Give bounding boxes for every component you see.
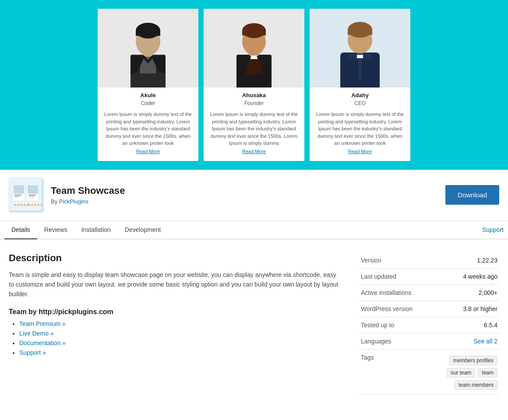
main-content: Description Team is simple and easy to d…: [9, 252, 342, 395]
svg-text:★★★★★: ★★★★★: [14, 203, 29, 207]
svg-rect-36: [28, 195, 35, 196]
link-list: Team Premium » Live Demo » Documentation…: [9, 320, 342, 356]
active-installs-value: 2,000+: [429, 284, 499, 301]
last-updated-label: Last updated: [359, 268, 429, 284]
languages-link[interactable]: See all 2: [474, 338, 497, 345]
active-installs-label: Active installations: [359, 284, 429, 301]
svg-rect-27: [348, 30, 372, 35]
member-name-1: Akule: [98, 92, 198, 98]
meta-row-last-updated: Last updated 4 weeks ago: [359, 268, 499, 284]
version-value: 1.22.23: [429, 252, 499, 269]
member-photo-2: [204, 9, 304, 88]
content-area: Description Team is simple and easy to d…: [0, 239, 508, 408]
tags-label: Tags: [359, 349, 429, 394]
tag-chip-3[interactable]: team members: [455, 380, 497, 390]
plugin-header: ★★★★★ ★★★★★ Team Showcase By PickPlugins…: [0, 170, 508, 221]
sidebar-content: Version 1.22.23 Last updated 4 weeks ago…: [359, 252, 499, 395]
list-link-3[interactable]: Support »: [19, 349, 46, 356]
member-desc-2: Lorem Ipsum is simply dummy text of the …: [204, 111, 304, 147]
meta-row-tested: Tested up to 6.5.4: [359, 317, 499, 333]
sub-heading: Team by http://pickplugins.com: [9, 308, 342, 316]
description-heading: Description: [9, 252, 342, 264]
list-link-2[interactable]: Documentation »: [19, 340, 66, 346]
svg-rect-28: [357, 55, 363, 58]
member-photo-3: [310, 9, 410, 88]
list-item-0: Team Premium »: [19, 320, 342, 327]
svg-rect-32: [14, 195, 21, 196]
list-link-1[interactable]: Live Demo »: [19, 330, 54, 337]
download-button[interactable]: Download: [445, 185, 499, 205]
plugin-by: By PickPlugins: [51, 198, 445, 205]
description-text: Team is simple and easy to display team …: [9, 270, 342, 299]
support-link[interactable]: Support: [482, 226, 504, 233]
plugin-title-area: Team Showcase By PickPlugins: [51, 185, 445, 205]
languages-label: Languages: [359, 333, 429, 349]
svg-rect-16: [242, 31, 266, 35]
tab-development[interactable]: Development: [118, 221, 168, 239]
tab-reviews[interactable]: Reviews: [37, 221, 74, 239]
meta-row-languages: Languages See all 2: [359, 333, 499, 349]
tag-chips: members profiles our team team team memb…: [431, 356, 497, 390]
tab-details[interactable]: Details: [4, 221, 37, 239]
wp-version-value: 3.8 or higher: [429, 301, 499, 317]
plugin-title: Team Showcase: [51, 185, 445, 196]
tags-value: members profiles our team team team memb…: [429, 349, 499, 394]
svg-text:★★★★★: ★★★★★: [28, 203, 42, 207]
list-link-0[interactable]: Team Premium »: [19, 320, 66, 327]
tested-value: 6.5.4: [429, 317, 499, 333]
svg-rect-17: [250, 56, 258, 59]
hero-banner: Akule Coder Lorem Ipsum is simply dummy …: [0, 0, 508, 170]
svg-rect-33: [14, 196, 20, 197]
svg-rect-37: [28, 196, 34, 197]
member-desc-1: Lorem Ipsum is simply dummy text of the …: [98, 111, 198, 147]
member-card-1: Akule Coder Lorem Ipsum is simply dummy …: [98, 9, 198, 161]
list-item-2: Documentation »: [19, 340, 342, 346]
meta-table: Version 1.22.23 Last updated 4 weeks ago…: [359, 252, 499, 395]
meta-row-tags: Tags members profiles our team team team…: [359, 349, 499, 394]
member-role-3: CEO: [310, 100, 410, 106]
member-name-2: Ahusaka: [204, 92, 304, 98]
member-read-more-1[interactable]: Read More: [98, 149, 198, 154]
member-desc-3: Lorem Ipsum is simply dummy text of the …: [310, 111, 410, 147]
meta-row-active-installs: Active installations 2,000+: [359, 284, 499, 301]
member-role-2: Founder: [204, 100, 304, 106]
plugin-author-link[interactable]: PickPlugins: [59, 198, 88, 205]
member-name-3: Adahy: [310, 92, 410, 98]
member-role-1: Coder: [98, 100, 198, 106]
svg-rect-6: [136, 31, 160, 36]
tag-chip-2[interactable]: team: [478, 368, 497, 378]
tested-label: Tested up to: [359, 317, 429, 333]
svg-rect-35: [28, 185, 38, 194]
last-updated-value: 4 weeks ago: [429, 268, 499, 284]
tabs-bar: Details Reviews Installation Development…: [0, 221, 508, 239]
tab-installation[interactable]: Installation: [74, 221, 118, 239]
plugin-icon: ★★★★★ ★★★★★: [9, 178, 44, 213]
wp-version-label: WordPress version: [359, 301, 429, 317]
member-photo-1: [98, 9, 198, 88]
meta-row-version: Version 1.22.23: [359, 252, 499, 269]
version-label: Version: [359, 252, 429, 269]
tag-chip-0[interactable]: members profiles: [449, 356, 497, 365]
member-card-3: Adahy CEO Lorem Ipsum is simply dummy te…: [310, 9, 410, 161]
member-card-2: Ahusaka Founder Lorem Ipsum is simply du…: [204, 9, 304, 161]
member-read-more-3[interactable]: Read More: [310, 149, 410, 154]
languages-value: See all 2: [429, 333, 499, 349]
member-read-more-2[interactable]: Read More: [204, 149, 304, 154]
list-item-3: Support »: [19, 349, 342, 356]
svg-rect-31: [14, 185, 24, 194]
meta-row-wp-version: WordPress version 3.8 or higher: [359, 301, 499, 317]
list-item-1: Live Demo »: [19, 330, 342, 337]
tag-chip-1[interactable]: our team: [447, 368, 475, 378]
